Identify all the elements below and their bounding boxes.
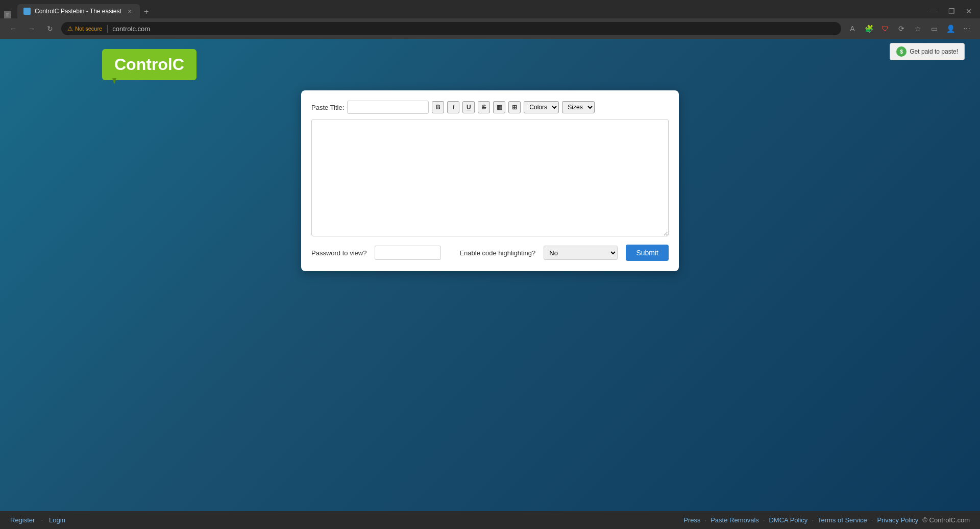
translate-button[interactable]: A <box>845 21 860 36</box>
ad-label: Get paid to paste! <box>910 48 958 55</box>
browser-chrome: ⊞ ControlC Pastebin - The easiest ✕ + — … <box>0 0 980 39</box>
paste-title-input[interactable] <box>347 101 429 114</box>
browser-toolbar: ← → ↻ ⚠ Not secure | controlc.com A 🧩 🛡 … <box>0 18 980 39</box>
menu-button[interactable]: ⋯ <box>960 21 974 36</box>
bold-button[interactable]: B <box>432 101 444 113</box>
tab-bar: ⊞ ControlC Pastebin - The easiest ✕ + — … <box>0 0 980 18</box>
login-link[interactable]: Login <box>49 516 65 524</box>
main-panel: Paste Title: B I U S ▦ ⊞ Colors Sizes Pa… <box>301 90 679 271</box>
back-button[interactable]: ← <box>6 21 20 36</box>
colors-dropdown[interactable]: Colors <box>524 101 559 113</box>
register-link[interactable]: Register <box>10 516 35 524</box>
logo-container: ControlC <box>102 49 197 80</box>
ad-banner[interactable]: $ Get paid to paste! <box>890 43 965 60</box>
privacy-link[interactable]: Privacy Policy <box>877 516 918 524</box>
paste-title-label: Paste Title: <box>311 104 344 111</box>
footer-dot-2: · <box>705 516 707 524</box>
bookmarks-button[interactable]: ☆ <box>911 21 925 36</box>
warning-icon: ⚠ <box>67 25 73 32</box>
minimize-button[interactable]: — <box>927 4 941 18</box>
address-bar[interactable]: ⚠ Not secure | controlc.com <box>61 22 841 35</box>
strike-button[interactable]: S <box>478 101 490 113</box>
site-logo[interactable]: ControlC <box>102 49 197 80</box>
password-input[interactable] <box>375 246 441 260</box>
footer-dot-5: · <box>871 516 873 524</box>
paste-content-textarea[interactable] <box>311 119 669 236</box>
settings-button[interactable]: ⟳ <box>894 21 909 36</box>
tos-link[interactable]: Terms of Service <box>818 516 867 524</box>
tab-favicon <box>23 8 31 15</box>
grid-icon[interactable]: ⊞ <box>4 11 11 18</box>
close-window-button[interactable]: ✕ <box>962 4 976 18</box>
password-label: Password to view? <box>311 249 366 257</box>
forward-button[interactable]: → <box>24 21 39 36</box>
page-body: $ Get paid to paste! ControlC Paste Titl… <box>0 39 980 529</box>
reload-button[interactable]: ↻ <box>43 21 57 36</box>
footer-left: Register · Login <box>10 516 65 524</box>
browser-actions: A 🧩 🛡 ⟳ ☆ ▭ 👤 ⋯ <box>845 21 974 36</box>
copyright-text: © ControlC.com <box>922 516 970 524</box>
logo-text: ControlC <box>114 55 184 74</box>
address-text: controlc.com <box>112 25 150 33</box>
image-button[interactable]: ⊞ <box>508 101 521 113</box>
sizes-dropdown[interactable]: Sizes <box>562 101 595 113</box>
highlight-select[interactable]: No <box>544 246 618 260</box>
window-controls[interactable]: ⊞ <box>4 11 11 18</box>
italic-button[interactable]: I <box>447 101 459 113</box>
active-tab[interactable]: ControlC Pastebin - The easiest ✕ <box>17 4 140 18</box>
tab-close-button[interactable]: ✕ <box>126 7 134 15</box>
sidebar-button[interactable]: ▭ <box>927 21 941 36</box>
footer-dot-3: · <box>763 516 765 524</box>
page-footer: Register · Login Press · Paste Removals … <box>0 511 980 529</box>
underline-button[interactable]: U <box>462 101 475 113</box>
new-tab-button[interactable]: + <box>140 5 153 18</box>
submit-button[interactable]: Submit <box>626 245 669 261</box>
extensions-button[interactable]: 🧩 <box>862 21 876 36</box>
paste-removals-link[interactable]: Paste Removals <box>710 516 759 524</box>
footer-dot-1: · <box>41 516 43 524</box>
footer-right: Press · Paste Removals · DMCA Policy · T… <box>683 516 970 524</box>
table-button[interactable]: ▦ <box>493 101 505 113</box>
not-secure-indicator: ⚠ Not secure <box>67 25 102 32</box>
tab-title: ControlC Pastebin - The easiest <box>35 8 121 15</box>
dmca-link[interactable]: DMCA Policy <box>769 516 807 524</box>
toolbar-row: Paste Title: B I U S ▦ ⊞ Colors Sizes <box>311 101 669 114</box>
address-separator: | <box>106 24 108 33</box>
adblock-button[interactable]: 🛡 <box>878 21 892 36</box>
footer-dot-4: · <box>812 516 814 524</box>
restore-button[interactable]: ❐ <box>944 4 959 18</box>
press-link[interactable]: Press <box>683 516 700 524</box>
bottom-row: Password to view? Enable code highlighti… <box>311 245 669 261</box>
ad-icon: $ <box>896 46 906 57</box>
highlight-label: Enable code highlighting? <box>459 249 535 257</box>
profile-button[interactable]: 👤 <box>943 21 958 36</box>
not-secure-label: Not secure <box>75 26 102 32</box>
